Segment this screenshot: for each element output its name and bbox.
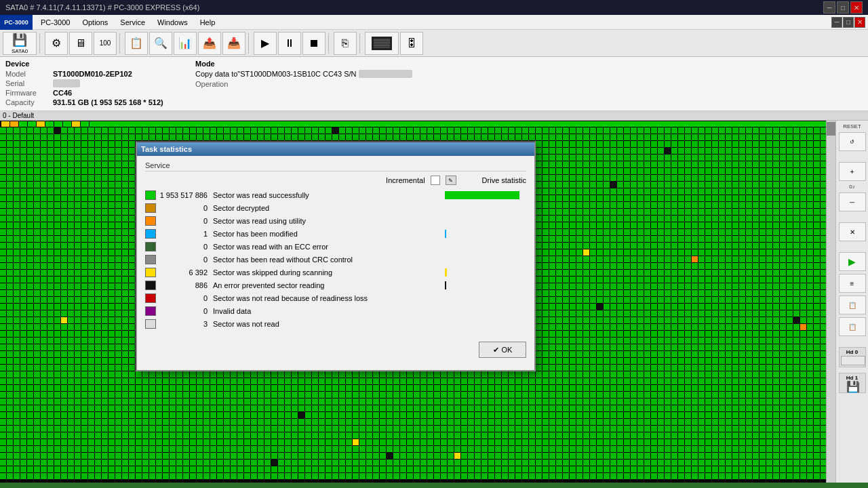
minimize-button[interactable]: ─: [823, 1, 835, 14]
sata-drive-button[interactable]: 💾 SATA0: [3, 32, 37, 55]
header-block-2: [10, 121, 18, 127]
model-row: Model ST1000DM010-2EP102: [5, 70, 195, 78]
modal-footer: ✔ OK: [137, 336, 534, 363]
stats-bar-area: [445, 268, 526, 277]
menu-pc3000[interactable]: PC-3000: [35, 17, 75, 28]
toolbar-sep-4: [328, 33, 331, 54]
maximize-button[interactable]: □: [837, 1, 849, 14]
stats-bar: [445, 281, 446, 289]
inner-minimize[interactable]: ─: [831, 17, 842, 28]
copy-button[interactable]: ⎘: [334, 32, 357, 55]
header-block-9: [72, 121, 80, 127]
right-btn-5[interactable]: ≡: [839, 274, 866, 293]
toolbar-btn-6[interactable]: 🔍: [149, 32, 172, 55]
toolbar-btn-9[interactable]: 📥: [222, 32, 245, 55]
stats-color-box: [145, 281, 156, 290]
reset-button[interactable]: ↺: [839, 132, 866, 151]
scrollbar-thumb[interactable]: [827, 122, 835, 136]
right-play[interactable]: ▶: [839, 252, 866, 271]
stats-bar-area: [445, 229, 526, 239]
toolbar: 💾 SATA0 ⚙ 🖥 100 📋 🔍 📊 📤 📥 ▶ ⏸ ⏹ ⎘ 🎛: [0, 30, 868, 57]
stats-color-box: [145, 203, 156, 213]
partition-label: 0 - Default: [0, 111, 868, 121]
hd0-indicator: Hd 0: [839, 347, 866, 367]
window-controls: ─ □ ✕: [823, 1, 863, 14]
toolbar-btn-2[interactable]: ⚙: [45, 32, 68, 55]
operation-label: Operation: [195, 80, 863, 88]
close-button[interactable]: ✕: [850, 1, 863, 14]
service-label: Service: [145, 161, 526, 171]
toolbar-btn-7[interactable]: 📊: [174, 32, 197, 55]
ok-button[interactable]: ✔ OK: [479, 342, 526, 358]
stats-color-box: [145, 242, 156, 251]
volume-down[interactable]: ─: [839, 192, 866, 211]
hd1-indicator: Hd 1 💾: [839, 373, 866, 393]
toolbar-btn-3[interactable]: 🖥: [69, 32, 92, 55]
right-btn-6[interactable]: 📋: [839, 296, 866, 314]
modal-title-bar: Task statistics: [137, 142, 534, 156]
inner-maximize[interactable]: □: [843, 17, 854, 28]
stats-bar: [445, 268, 447, 277]
stats-row: 0Sector decrypted: [145, 202, 526, 214]
device-info: Device Model ST1000DM010-2EP102 Serial ●…: [5, 60, 195, 108]
stats-bar-area: [445, 216, 526, 226]
toolbar-btn-100[interactable]: 100: [94, 32, 117, 55]
toolbar-btn-8[interactable]: 📤: [198, 32, 221, 55]
stats-color-box: [145, 306, 156, 316]
incremental-checkbox[interactable]: [431, 176, 440, 185]
stats-count: 6 392: [159, 268, 213, 277]
volume-up[interactable]: +: [839, 162, 866, 181]
stats-bar-area: [445, 255, 526, 264]
stats-bar-area: [445, 281, 526, 290]
stats-bar-area: [445, 306, 526, 316]
menu-windows[interactable]: Windows: [152, 17, 193, 28]
right-panel: RESET ↺ + 0♪ ─ ✕ ▶ ≡ 📋 📋 Hd 0 Hd 1 💾: [835, 121, 868, 483]
capacity-label: Capacity: [5, 98, 53, 106]
app-header: PC-3000 PC-3000 Options Service Windows …: [0, 15, 868, 30]
toolbar-sep-5: [359, 33, 362, 54]
menu-options[interactable]: Options: [77, 17, 113, 28]
settings-slider-btn[interactable]: 🎛: [400, 32, 423, 55]
capacity-value: 931.51 GB (1 953 525 168 * 512): [53, 98, 163, 106]
menu-bar: PC-3000 Options Service Windows Help: [33, 15, 831, 30]
pause-button[interactable]: ⏸: [278, 32, 301, 55]
sector-scrollbar[interactable]: [826, 121, 835, 483]
stats-count: 0: [159, 256, 213, 264]
stats-bar-area: [445, 190, 526, 200]
toolbar-sep-3: [248, 33, 251, 54]
firmware-value: CC46: [53, 89, 72, 97]
header-block-5: [37, 121, 45, 127]
stats-count: 1 953 517 886: [159, 191, 213, 199]
ok-checkmark-icon: ✔: [493, 346, 499, 354]
menu-help[interactable]: Help: [195, 17, 221, 28]
capacity-row: Capacity 931.51 GB (1 953 525 168 * 512): [5, 98, 195, 106]
modal-body: Service Incremental ✎ Drive statistic 1 …: [137, 156, 534, 336]
inner-close[interactable]: ✕: [854, 17, 865, 28]
serial-row: Serial ●●●●●●: [5, 79, 195, 87]
monitor-btn[interactable]: [365, 32, 399, 55]
right-btn-7[interactable]: 📋: [839, 317, 866, 336]
stats-desc: Sector was not read because of readiness…: [213, 294, 445, 302]
stop-button[interactable]: ⏹: [302, 32, 326, 55]
stats-color-box: [145, 268, 156, 277]
stats-color-box: [145, 319, 156, 329]
header-block-7: [54, 121, 62, 127]
toolbar-sep-2: [119, 33, 122, 54]
toolbar-btn-5[interactable]: 📋: [125, 32, 148, 55]
incremental-icon[interactable]: ✎: [446, 176, 456, 185]
stats-header-row: Incremental ✎ Drive statistic: [145, 176, 526, 185]
stats-desc: Sector was not read: [213, 320, 445, 328]
stats-color-box: [145, 190, 156, 200]
right-btn-3[interactable]: ✕: [839, 222, 866, 241]
play-button[interactable]: ▶: [254, 32, 277, 55]
stats-count: 1: [159, 230, 213, 238]
menu-service[interactable]: Service: [115, 17, 151, 28]
stats-color-box: [145, 216, 156, 226]
stats-count: 0: [159, 204, 213, 212]
modal-title: Task statistics: [141, 145, 192, 153]
stats-count: 3: [159, 320, 213, 328]
partition-name: 0 - Default: [3, 112, 34, 119]
stats-desc: An error prevented sector reading: [213, 281, 445, 289]
main-area: RESET ↺ + 0♪ ─ ✕ ▶ ≡ 📋 📋 Hd 0 Hd 1 💾 Tas…: [0, 121, 868, 483]
serial-value: ●●●●●●: [53, 79, 80, 87]
